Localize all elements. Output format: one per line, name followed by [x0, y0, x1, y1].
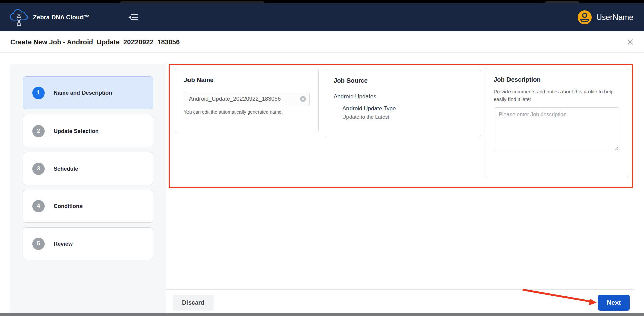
footer-divider	[166, 289, 634, 290]
job-description-area-wrap	[494, 107, 620, 153]
step-number-badge: 2	[32, 125, 45, 137]
step-label: Schedule	[54, 166, 78, 172]
collapse-menu-icon[interactable]	[127, 13, 139, 22]
job-name-input[interactable]	[184, 92, 310, 106]
page-title: Create New Job - Android_Update_20220922…	[10, 38, 180, 46]
zebra-dna-cloud-logo-icon	[9, 7, 28, 28]
user-avatar-icon[interactable]	[578, 10, 592, 24]
job-source-type-value: Update to the Latest	[342, 114, 472, 120]
clear-input-icon[interactable]	[300, 96, 306, 102]
page-title-bar: Create New Job - Android_Update_20220922…	[0, 31, 644, 53]
browser-tab-fragment	[120, 1, 264, 3]
app-header: Zebra DNA Cloud™ UserName	[0, 3, 644, 31]
next-button[interactable]: Next	[598, 295, 630, 311]
job-name-card-title: Job Name	[184, 76, 310, 84]
job-name-helper-text: You can edit the automatically generated…	[184, 109, 310, 115]
wizard-sidebar: 1 Name and Description 2 Update Selectio…	[0, 53, 166, 313]
brand-title: Zebra DNA Cloud™	[33, 14, 90, 21]
step-schedule[interactable]: 3 Schedule	[23, 152, 153, 185]
browser-top-strip	[0, 0, 644, 3]
step-label: Name and Description	[54, 90, 112, 96]
discard-button[interactable]: Discard	[173, 295, 214, 311]
job-source-value: Android Updates	[334, 93, 472, 100]
job-name-input-wrap	[184, 92, 310, 106]
step-label: Review	[54, 241, 73, 247]
job-description-card-title: Job Description	[494, 76, 620, 83]
job-source-card: Job Source Android Updates Android Updat…	[325, 69, 481, 137]
job-description-helper-text: Provide comments and notes about this pr…	[494, 88, 620, 103]
step-number-badge: 1	[32, 87, 45, 99]
user-name[interactable]: UserName	[596, 13, 633, 22]
job-source-type-label: Android Update Type	[342, 105, 472, 112]
step-conditions[interactable]: 4 Conditions	[23, 190, 153, 223]
step-label: Conditions	[54, 203, 83, 209]
job-description-card: Job Description Provide comments and not…	[485, 68, 629, 178]
step-review[interactable]: 5 Review	[23, 227, 153, 260]
step-number-badge: 4	[32, 200, 45, 212]
step-update-selection[interactable]: 2 Update Selection	[23, 115, 153, 147]
close-icon[interactable]	[625, 37, 635, 47]
stepper-panel: 1 Name and Description 2 Update Selectio…	[10, 64, 166, 313]
step-name-and-description[interactable]: 1 Name and Description	[23, 76, 153, 109]
browser-bottom-strip	[0, 313, 644, 316]
job-source-card-title: Job Source	[334, 77, 472, 84]
job-description-textarea[interactable]	[494, 107, 620, 151]
job-name-card: Job Name You can edit the automatically …	[175, 68, 319, 133]
step-number-badge: 5	[32, 238, 45, 250]
step-number-badge: 3	[32, 163, 45, 175]
app-root: Zebra DNA Cloud™ UserName Create New Job…	[0, 0, 644, 316]
step-label: Update Selection	[54, 128, 99, 134]
